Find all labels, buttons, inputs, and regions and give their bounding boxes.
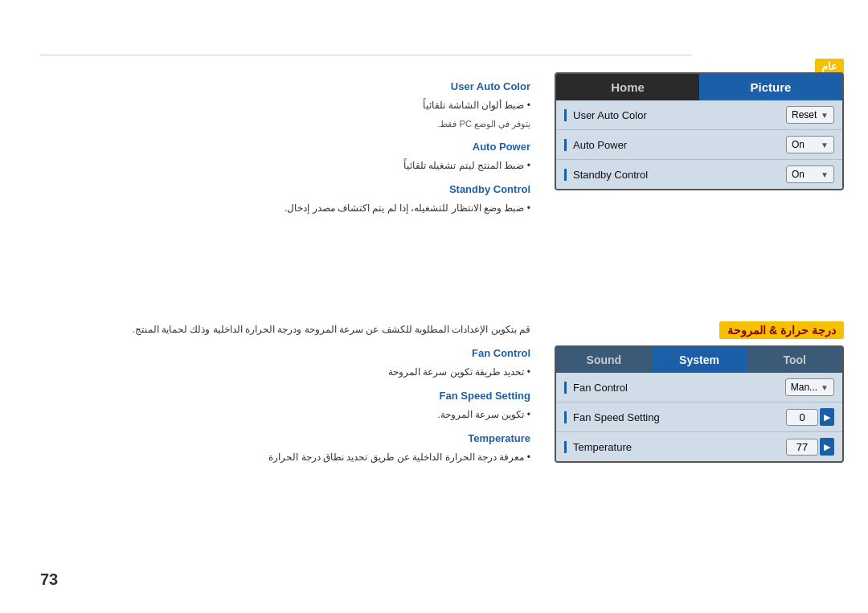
dropdown-fan-control[interactable]: Man... ▼ [785,378,834,396]
panel-row-user-auto-color: User Auto Color Reset ▼ [556,100,842,130]
top-text-section: User Auto Color ضبط ألوان الشاشة تلقائيا… [40,72,530,218]
arrow-temperature[interactable]: ▶ [820,438,834,456]
bottom-text-section: قم بتكوين الإعدادات المطلوبة للكشف عن سر… [40,321,530,467]
panel-row-temperature: Temperature 77 ▶ [556,432,842,461]
dropdown-fan-control-arrow: ▼ [821,383,829,392]
page-number: 73 [40,570,58,589]
label-fan-speed: Fan Speed Setting [564,411,786,423]
label-auto-power: Auto Power [564,139,786,151]
value-temperature: 77 [786,439,818,456]
body-standby-control: ضبط وضع الانتظار للتشغيله، إذا لم يتم اك… [40,200,530,218]
panel-row-fan-control: Fan Control Man... ▼ [556,373,842,403]
dropdown-user-auto-color-value: Reset [792,109,817,121]
body-fan-speed-setting: تكوين سرعة المروحة. [40,407,530,424]
dropdown-standby-control-value: On [792,169,805,180]
bottom-panel: Sound System Tool Fan Control Man... ▼ F… [555,345,844,463]
tab-sound[interactable]: Sound [556,347,652,373]
tab-system[interactable]: System [652,347,747,373]
panel-row-standby-control: Standby Control On ▼ [556,160,842,189]
heading-fan-speed-setting: Fan Speed Setting [40,386,530,405]
heading-auto-power: Auto Power [40,137,530,156]
control-auto-power: On ▼ [786,136,834,153]
dropdown-user-auto-color[interactable]: Reset ▼ [786,106,834,124]
heading-standby-control: Standby Control [40,180,530,198]
label-standby-control: Standby Control [564,169,786,181]
panel-row-fan-speed: Fan Speed Setting 0 ▶ [556,403,842,432]
bottom-intro: قم بتكوين الإعدادات المطلوبة للكشف عن سر… [40,321,530,339]
body-user-auto-color: ضبط ألوان الشاشة تلقائياً [40,97,530,115]
tab-tool[interactable]: Tool [747,347,842,373]
dropdown-standby-control-arrow: ▼ [821,170,829,179]
heading-temperature: Temperature [40,429,530,447]
body-temperature: معرفة درجة الحرارة الداخلية عن طريق تحدي… [40,449,530,467]
dropdown-auto-power-value: On [792,139,805,150]
control-fan-control: Man... ▼ [785,378,834,396]
dropdown-standby-control[interactable]: On ▼ [786,166,834,183]
dropdown-auto-power-arrow: ▼ [821,141,829,149]
top-panel: Home Picture User Auto Color Reset ▼ Aut… [555,72,844,190]
dropdown-user-auto-color-arrow: ▼ [821,111,829,120]
control-user-auto-color: Reset ▼ [786,106,834,124]
value-fan-speed: 0 [786,409,818,426]
top-panel-body: User Auto Color Reset ▼ Auto Power On ▼ … [556,100,842,189]
bottom-panel-tabs: Sound System Tool [556,347,842,373]
tab-home[interactable]: Home [556,74,699,100]
label-user-auto-color: User Auto Color [564,109,786,121]
top-divider [40,55,691,55]
body-fan-control: تحديد طريقة تكوين سرعة المروحة [40,364,530,382]
tab-picture[interactable]: Picture [699,74,842,100]
dropdown-auto-power[interactable]: On ▼ [786,136,834,153]
panel-row-auto-power: Auto Power On ▼ [556,130,842,160]
top-panel-tabs: Home Picture [556,74,842,100]
bottom-panel-body: Fan Control Man... ▼ Fan Speed Setting 0… [556,373,842,461]
label-temperature: Temperature [564,441,786,453]
arrow-fan-speed[interactable]: ▶ [820,408,834,426]
control-temperature: 77 ▶ [786,438,834,456]
control-fan-speed: 0 ▶ [786,408,834,426]
sub-user-auto-color: يتوفر في الوضع PC فقط. [40,116,530,133]
heading-user-auto-color: User Auto Color [40,77,530,96]
bottom-section-label: درجة حرارة & المروحة [719,321,844,339]
dropdown-fan-control-value: Man... [791,382,817,393]
label-fan-control: Fan Control [564,382,785,394]
control-standby-control: On ▼ [786,166,834,183]
body-auto-power: ضبط المنتج ليتم تشغيله تلقائياً [40,157,530,175]
heading-fan-control: Fan Control [40,344,530,362]
